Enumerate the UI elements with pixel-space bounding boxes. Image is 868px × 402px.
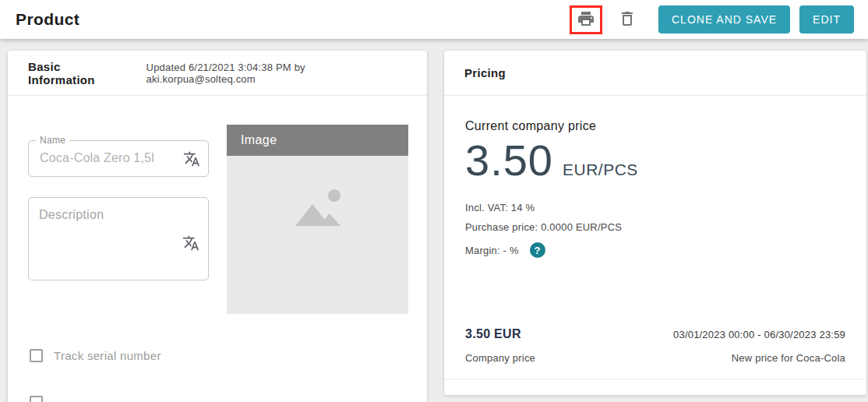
current-price-row: 3.50 EUR/PCS (465, 136, 638, 185)
updated-info-text: Updated 6/21/2021 3:04:38 PM by aki.korp… (146, 62, 407, 85)
print-icon (577, 9, 595, 30)
price-row-validity: 03/01/2023 00:00 - 06/30/2023 23:59 (673, 329, 845, 340)
product-image-box: Image (227, 125, 408, 314)
name-field[interactable]: Name Coca-Cola Zero 1,5l (28, 140, 209, 177)
page-title: Product (16, 10, 79, 29)
print-button-highlight-box (570, 5, 602, 34)
price-row-amount: 3.50 EUR (465, 327, 521, 341)
description-placeholder: Description (39, 208, 104, 222)
partial-checkbox[interactable] (30, 396, 43, 402)
clone-and-save-button[interactable]: CLONE AND SAVE (658, 5, 790, 34)
delete-button[interactable] (612, 6, 643, 33)
print-button[interactable] (572, 6, 600, 33)
image-header: Image (227, 125, 408, 156)
description-field[interactable]: Description (28, 197, 209, 280)
price-row-description: New price for Coca-Cola (732, 352, 845, 364)
track-serial-number-label: Track serial number (54, 349, 161, 362)
name-field-label: Name (36, 135, 69, 146)
purchase-price-text: Purchase price: 0.0000 EUR/PCS (465, 221, 622, 233)
image-header-label: Image (241, 133, 277, 147)
current-company-price-label: Current company price (465, 119, 596, 133)
image-placeholder-icon (293, 187, 343, 231)
basic-information-card: Basic Information Updated 6/21/2021 3:04… (8, 51, 427, 402)
partial-checkbox-row (30, 396, 43, 402)
current-price-value: 3.50 (465, 136, 553, 185)
pricing-title: Pricing (464, 66, 506, 79)
margin-text: Margin: - % (465, 245, 519, 256)
name-field-value: Coca-Cola Zero 1,5l (40, 151, 154, 165)
vat-text: Incl. VAT: 14 % (465, 202, 535, 213)
pricing-header: Pricing (444, 51, 866, 96)
price-row-name: Company price (465, 352, 535, 364)
translate-icon[interactable] (183, 150, 200, 168)
track-serial-number-row: Track serial number (30, 349, 161, 362)
basic-information-title: Basic Information (28, 60, 127, 86)
pricing-divider (444, 379, 866, 379)
edit-button[interactable]: EDIT (799, 5, 854, 34)
basic-information-header: Basic Information Updated 6/21/2021 3:04… (8, 51, 427, 96)
trash-icon (618, 9, 637, 30)
top-bar: Product CLONE AND SAVE EDIT (0, 0, 868, 39)
current-price-unit: EUR/PCS (563, 160, 638, 179)
track-serial-number-checkbox[interactable] (30, 349, 43, 362)
topbar-actions: CLONE AND SAVE EDIT (570, 5, 854, 34)
help-icon[interactable]: ? (530, 242, 545, 258)
image-drop-area[interactable] (227, 156, 408, 314)
translate-icon[interactable] (182, 235, 199, 252)
pricing-card: Pricing Current company price 3.50 EUR/P… (444, 51, 866, 395)
margin-row: Margin: - % ? (465, 242, 545, 258)
